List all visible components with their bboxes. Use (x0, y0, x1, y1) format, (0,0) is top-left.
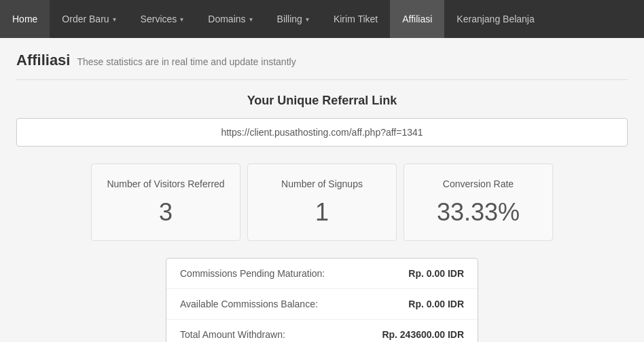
commission-row: Available Commissions Balance:Rp. 0.00 I… (166, 289, 478, 320)
chevron-down-icon: ▾ (306, 16, 309, 23)
chevron-down-icon: ▾ (180, 16, 183, 23)
commission-label: Commissions Pending Maturation: (180, 268, 325, 279)
referral-section-title: Your Unique Referral Link (16, 94, 628, 108)
nav-item-keranjang-belanja[interactable]: Keranjang Belanja (444, 0, 546, 38)
commission-value: Rp. 0.00 IDR (408, 299, 464, 309)
nav-item-label: Affiliasi (402, 14, 432, 24)
nav-item-home[interactable]: Home (0, 0, 50, 38)
commission-label: Available Commissions Balance: (180, 299, 318, 309)
stat-box: Number of Visitors Referred3 (91, 164, 240, 241)
stats-row: Number of Visitors Referred3Number of Si… (16, 164, 628, 241)
chevron-down-icon: ▾ (249, 16, 253, 23)
nav-item-domains[interactable]: Domains▾ (196, 0, 264, 38)
referral-link-box[interactable]: https://client.pusathosting.com/aff.php?… (16, 118, 628, 147)
nav-item-label: Home (12, 14, 37, 24)
nav-item-label: Billing (277, 14, 302, 24)
nav-item-label: Kirim Tiket (334, 14, 378, 24)
nav-item-label: Keranjang Belanja (457, 14, 534, 24)
stat-value: 3 (102, 198, 230, 227)
commission-value: Rp. 0.00 IDR (408, 268, 464, 279)
nav-item-order-baru[interactable]: Order Baru▾ (50, 0, 128, 38)
page-title: Affiliasi (16, 52, 70, 69)
page-subtitle: These statistics are in real time and up… (77, 56, 296, 67)
stat-value: 33.33% (414, 198, 542, 227)
page-header: Affiliasi These statistics are in real t… (16, 52, 628, 80)
nav-item-affiliasi[interactable]: Affiliasi (390, 0, 444, 38)
nav-item-billing[interactable]: Billing▾ (265, 0, 321, 38)
nav-item-services[interactable]: Services▾ (128, 0, 196, 38)
commission-row: Commissions Pending Maturation:Rp. 0.00 … (166, 259, 478, 289)
commission-table: Commissions Pending Maturation:Rp. 0.00 … (166, 258, 478, 342)
stat-value: 1 (258, 198, 386, 227)
stat-label: Number of Visitors Referred (102, 178, 230, 191)
main-nav: HomeOrder Baru▾Services▾Domains▾Billing▾… (0, 0, 644, 38)
stat-label: Number of Signups (258, 178, 386, 191)
nav-item-label: Services (141, 14, 177, 24)
commission-label: Total Amount Withdrawn: (180, 329, 285, 340)
chevron-down-icon: ▾ (113, 16, 116, 23)
nav-item-label: Order Baru (62, 14, 109, 24)
stat-label: Conversion Rate (414, 178, 542, 191)
commission-value: Rp. 243600.00 IDR (382, 329, 464, 340)
main-content: Affiliasi These statistics are in real t… (3, 38, 641, 342)
commission-row: Total Amount Withdrawn:Rp. 243600.00 IDR (166, 320, 478, 342)
nav-item-label: Domains (208, 14, 245, 24)
stat-box: Conversion Rate33.33% (404, 164, 553, 241)
stat-box: Number of Signups1 (247, 164, 397, 241)
nav-item-kirim-tiket[interactable]: Kirim Tiket (321, 0, 390, 38)
